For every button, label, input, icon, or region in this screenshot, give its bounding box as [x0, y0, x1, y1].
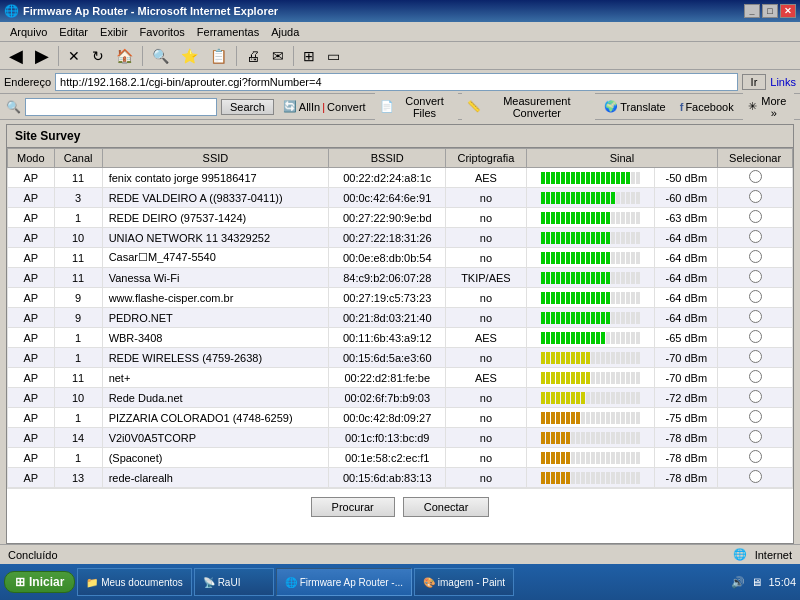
cell-mode: AP [8, 428, 55, 448]
cell-crypto: no [446, 388, 526, 408]
col-selecionar: Selecionar [718, 149, 793, 168]
search-button[interactable]: 🔍 [147, 44, 174, 68]
home-button[interactable]: 🏠 [111, 44, 138, 68]
select-radio[interactable] [749, 250, 762, 263]
cell-dbm: -60 dBm [655, 188, 718, 208]
cell-mode: AP [8, 308, 55, 328]
cell-signal-bar [526, 248, 655, 268]
cell-mode: AP [8, 168, 55, 188]
cell-mode: AP [8, 448, 55, 468]
cell-mode: AP [8, 208, 55, 228]
menu-ajuda[interactable]: Ajuda [265, 24, 305, 40]
minimize-button[interactable]: _ [744, 4, 760, 18]
history-button[interactable]: 📋 [205, 44, 232, 68]
more-btn[interactable]: ✳ More » [743, 93, 794, 121]
stop-button[interactable]: ✕ [63, 44, 85, 68]
cell-select[interactable] [718, 248, 793, 268]
cell-select[interactable] [718, 168, 793, 188]
measurement-btn[interactable]: 📏 Measurement Converter [462, 93, 595, 121]
select-radio[interactable] [749, 370, 762, 383]
cell-crypto: no [446, 228, 526, 248]
rect-button[interactable]: ▭ [322, 44, 345, 68]
cell-select[interactable] [718, 408, 793, 428]
refresh-button[interactable]: ↻ [87, 44, 109, 68]
select-radio[interactable] [749, 270, 762, 283]
taskbar-paint[interactable]: 🎨 imagem - Paint [414, 568, 514, 596]
cell-select[interactable] [718, 388, 793, 408]
cell-signal-bar [526, 448, 655, 468]
select-radio[interactable] [749, 170, 762, 183]
cell-dbm: -72 dBm [655, 388, 718, 408]
cell-select[interactable] [718, 368, 793, 388]
menu-favoritos[interactable]: Favoritos [134, 24, 191, 40]
favorites-button[interactable]: ⭐ [176, 44, 203, 68]
cell-select[interactable] [718, 268, 793, 288]
cell-ssid: rede-clarealh [102, 468, 329, 488]
search-button[interactable]: Search [221, 99, 274, 115]
cell-channel: 1 [54, 328, 102, 348]
facebook-btn[interactable]: f Facebook [675, 99, 739, 115]
select-radio[interactable] [749, 410, 762, 423]
search-input[interactable] [25, 98, 217, 116]
translate-btn[interactable]: 🌍 Translate [599, 98, 670, 115]
cell-crypto: TKIP/AES [446, 268, 526, 288]
cell-dbm: -64 dBm [655, 228, 718, 248]
taskbar-documentos[interactable]: 📁 Meus documentos [77, 568, 192, 596]
connect-button[interactable]: Conectar [403, 497, 490, 517]
select-radio[interactable] [749, 430, 762, 443]
facebook-icon: f [680, 101, 684, 113]
cell-select[interactable] [718, 428, 793, 448]
select-radio[interactable] [749, 290, 762, 303]
cell-select[interactable] [718, 188, 793, 208]
cell-select[interactable] [718, 308, 793, 328]
size-button[interactable]: ⊞ [298, 44, 320, 68]
scan-button[interactable]: Procurar [311, 497, 395, 517]
cell-channel: 9 [54, 288, 102, 308]
menu-ferramentas[interactable]: Ferramentas [191, 24, 265, 40]
back-button[interactable]: ◀ [4, 44, 28, 68]
cell-select[interactable] [718, 348, 793, 368]
cell-select[interactable] [718, 288, 793, 308]
select-radio[interactable] [749, 330, 762, 343]
select-radio[interactable] [749, 450, 762, 463]
select-radio[interactable] [749, 190, 762, 203]
allin-convert-btn[interactable]: 🔄 AllIn|Convert [278, 98, 371, 115]
address-label: Endereço [4, 76, 51, 88]
taskbar-raui[interactable]: 📡 RaUI [194, 568, 274, 596]
taskbar-firmware[interactable]: 🌐 Firmware Ap Router -... [276, 568, 412, 596]
select-radio[interactable] [749, 230, 762, 243]
col-mode: Modo [8, 149, 55, 168]
cell-select[interactable] [718, 468, 793, 488]
cell-bssid: 00:21:8d:03:21:40 [329, 308, 446, 328]
table-row: AP 11 Vanessa Wi-Fi 84:c9:b2:06:07:28 TK… [8, 268, 793, 288]
cell-ssid: Casar☐M_4747-5540 [102, 248, 329, 268]
cell-select[interactable] [718, 328, 793, 348]
convert-files-btn[interactable]: 📄 Convert Files [375, 93, 459, 121]
go-button[interactable]: Ir [742, 74, 767, 90]
print-button[interactable]: 🖨 [241, 44, 265, 68]
select-radio[interactable] [749, 470, 762, 483]
select-radio[interactable] [749, 350, 762, 363]
mail-button[interactable]: ✉ [267, 44, 289, 68]
cell-select[interactable] [718, 208, 793, 228]
menu-editar[interactable]: Editar [53, 24, 94, 40]
cell-channel: 14 [54, 428, 102, 448]
select-radio[interactable] [749, 310, 762, 323]
menu-arquivo[interactable]: Arquivo [4, 24, 53, 40]
forward-button[interactable]: ▶ [30, 44, 54, 68]
cell-select[interactable] [718, 228, 793, 248]
cell-select[interactable] [718, 448, 793, 468]
start-button[interactable]: ⊞ Iniciar [4, 571, 75, 593]
cell-mode: AP [8, 468, 55, 488]
address-input[interactable] [55, 73, 737, 91]
cell-bssid: 00:22:d2:24:a8:1c [329, 168, 446, 188]
maximize-button[interactable]: □ [762, 4, 778, 18]
close-button[interactable]: ✕ [780, 4, 796, 18]
table-row: AP 11 Casar☐M_4747-5540 00:0e:e8:db:0b:5… [8, 248, 793, 268]
address-bar: Endereço Ir Links [0, 70, 800, 94]
menu-exibir[interactable]: Exibir [94, 24, 134, 40]
asterisk-icon: ✳ [748, 100, 757, 113]
select-radio[interactable] [749, 390, 762, 403]
cell-ssid: UNIAO NETWORK 11 34329252 [102, 228, 329, 248]
select-radio[interactable] [749, 210, 762, 223]
